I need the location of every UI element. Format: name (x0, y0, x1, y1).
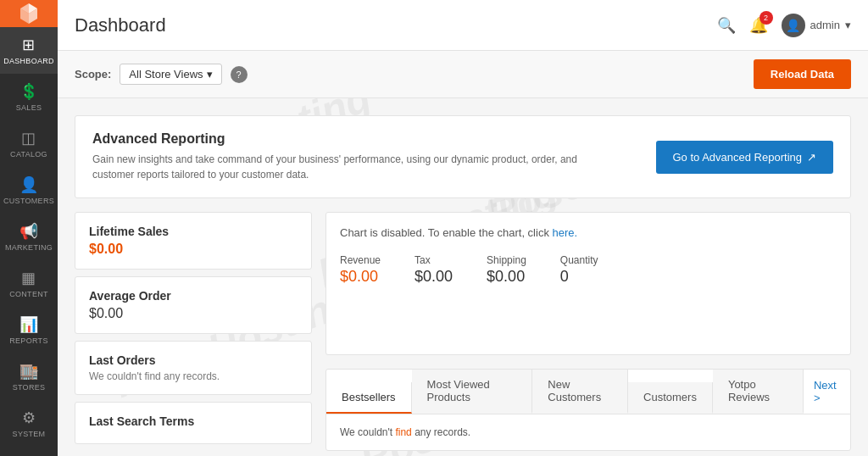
stats-left-panel: Lifetime Sales $0.00 Average Order $0.00… (75, 212, 312, 451)
sidebar-item-label: SALES (16, 103, 42, 112)
last-search-terms-label: Last Search Terms (89, 414, 298, 428)
tab-customers[interactable]: Customers (628, 382, 713, 414)
tabs-header: Bestsellers Most Viewed Products New Cus… (326, 370, 850, 414)
catalog-icon: ◫ (21, 129, 36, 147)
tab-bestsellers[interactable]: Bestsellers (326, 382, 412, 414)
sidebar-item-content[interactable]: ▦ CONTENT (0, 260, 58, 307)
tabs-content: We couldn't find any records. (326, 414, 850, 450)
sidebar-item-reports[interactable]: 📊 REPORTS (0, 307, 58, 353)
revenue-value: $0.00 (340, 268, 381, 286)
main-content: Dashboard 🔍 🔔 2 👤 admin ▾ Scope: All Sto… (58, 0, 868, 456)
sidebar-item-extensions[interactable]: 🧩 (0, 447, 58, 456)
sidebar-item-label: CATALOG (10, 150, 47, 158)
average-order-value: $0.00 (89, 306, 123, 320)
scope-left: Scope: All Store Views ▾ ? (75, 64, 248, 85)
tax-value: $0.00 (415, 268, 453, 286)
sidebar-item-dashboard[interactable]: ⊞ DASHBOARD (0, 27, 58, 74)
advanced-reporting-text: Advanced Reporting Gain new insights and… (92, 131, 584, 182)
last-orders-no-records: We couldn't find any records. (89, 370, 298, 382)
advanced-reporting-description: Gain new insights and take command of yo… (92, 152, 584, 182)
tabs-no-records: We couldn't find any records. (340, 426, 470, 438)
dashboard-content: RoseHosting RoseHosting RoseHosting Rose… (58, 98, 868, 456)
metrics-row: Revenue $0.00 Tax $0.00 Shipping $0.00 (340, 251, 837, 286)
tab-most-viewed-products[interactable]: Most Viewed Products (412, 370, 533, 414)
reports-icon: 📊 (19, 315, 38, 334)
tab-new-customers[interactable]: New Customers (532, 370, 628, 414)
sidebar-item-marketing[interactable]: 📢 MARKETING (0, 214, 58, 260)
scope-bar: Scope: All Store Views ▾ ? Reload Data (58, 51, 868, 98)
quantity-label: Quantity (560, 254, 598, 266)
chart-area: Chart is disabled. To enable the chart, … (326, 212, 851, 355)
sidebar-item-label: MARKETING (5, 243, 53, 252)
tabs-next-button[interactable]: Next > (804, 370, 850, 413)
dashboard-icon: ⊞ (22, 36, 35, 54)
sidebar-item-label: STORES (13, 383, 46, 392)
lifetime-sales-card: Lifetime Sales $0.00 (75, 212, 312, 270)
advanced-reporting-card: Advanced Reporting Gain new insights and… (75, 115, 851, 198)
tax-label: Tax (415, 254, 453, 266)
sidebar-item-catalog[interactable]: ◫ CATALOG (0, 120, 58, 167)
chart-enable-link[interactable]: here. (553, 226, 578, 239)
sidebar-item-label: DASHBOARD (3, 57, 54, 65)
last-orders-card: Last Orders We couldn't find any records… (75, 341, 312, 395)
tabs-section: Bestsellers Most Viewed Products New Cus… (326, 369, 851, 451)
search-icon[interactable]: 🔍 (717, 16, 736, 35)
sidebar-item-system[interactable]: ⚙ SYSTEM (0, 400, 58, 447)
content-icon: ▦ (21, 269, 36, 287)
revenue-label: Revenue (340, 254, 381, 266)
advanced-reporting-button-label: Go to Advanced Reporting (673, 151, 803, 164)
revenue-metric: Revenue $0.00 (340, 254, 381, 286)
magento-logo-icon (15, 0, 42, 27)
sidebar-item-label: REPORTS (9, 336, 47, 345)
chart-disabled-message: Chart is disabled. To enable the chart, … (340, 226, 837, 239)
sidebar-item-label: SYSTEM (13, 430, 46, 438)
admin-username: admin (810, 19, 840, 31)
header-actions: 🔍 🔔 2 👤 admin ▾ (717, 14, 851, 37)
reload-data-button[interactable]: Reload Data (754, 59, 851, 89)
external-link-icon: ↗ (807, 151, 816, 164)
page-title: Dashboard (75, 14, 166, 36)
last-orders-label: Last Orders (89, 353, 298, 367)
chevron-down-icon: ▾ (845, 19, 851, 31)
tab-yotpo-reviews[interactable]: Yotpo Reviews (713, 370, 804, 414)
sidebar-logo (0, 0, 58, 27)
marketing-icon: 📢 (19, 222, 38, 241)
lifetime-sales-label: Lifetime Sales (89, 225, 298, 238)
quantity-metric: Quantity 0 (560, 254, 598, 286)
sidebar-item-label: CUSTOMERS (3, 197, 54, 205)
shipping-metric: Shipping $0.00 (487, 254, 526, 286)
notification-badge: 2 (760, 11, 773, 25)
admin-user-menu[interactable]: 👤 admin ▾ (782, 14, 851, 37)
sidebar-item-sales[interactable]: 💲 SALES (0, 74, 58, 120)
sidebar: ⊞ DASHBOARD 💲 SALES ◫ CATALOG 👤 CUSTOMER… (0, 0, 58, 456)
scope-label: Scope: (75, 68, 111, 81)
shipping-value: $0.00 (487, 268, 526, 286)
sidebar-item-label: CONTENT (9, 290, 48, 298)
advanced-reporting-title: Advanced Reporting (92, 131, 584, 147)
tax-metric: Tax $0.00 (415, 254, 453, 286)
system-icon: ⚙ (22, 409, 36, 427)
average-order-card: Average Order $0.00 (75, 276, 312, 334)
store-views-label: All Store Views (129, 68, 203, 81)
customers-icon: 👤 (19, 175, 38, 194)
average-order-label: Average Order (89, 289, 298, 303)
help-icon[interactable]: ? (231, 66, 248, 83)
no-records-link[interactable]: find (395, 426, 411, 438)
store-views-select[interactable]: All Store Views ▾ (120, 64, 221, 85)
dashboard-stats-row: Lifetime Sales $0.00 Average Order $0.00… (75, 212, 851, 451)
go-to-advanced-reporting-button[interactable]: Go to Advanced Reporting ↗ (656, 141, 834, 174)
notifications-button[interactable]: 🔔 2 (749, 16, 768, 35)
shipping-label: Shipping (487, 254, 526, 266)
lifetime-sales-value: $0.00 (89, 242, 123, 256)
sales-icon: 💲 (19, 82, 38, 101)
page-header: Dashboard 🔍 🔔 2 👤 admin ▾ (58, 0, 868, 51)
last-search-terms-card: Last Search Terms (75, 402, 312, 444)
quantity-value: 0 (560, 268, 598, 286)
avatar: 👤 (782, 14, 805, 37)
stores-icon: 🏬 (19, 362, 38, 381)
sidebar-item-customers[interactable]: 👤 CUSTOMERS (0, 167, 58, 214)
select-chevron-icon: ▾ (207, 68, 213, 81)
sidebar-item-stores[interactable]: 🏬 STORES (0, 353, 58, 400)
